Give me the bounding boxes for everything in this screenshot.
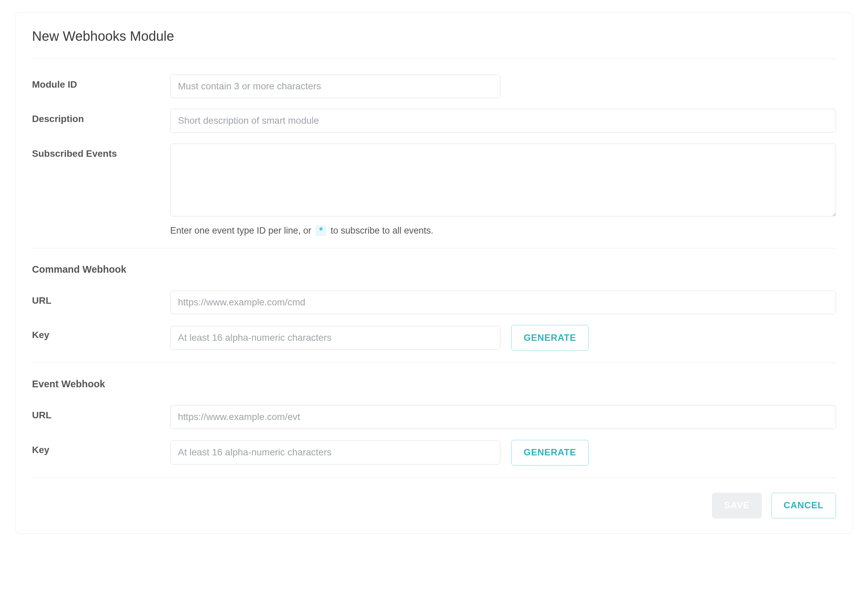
- description-input[interactable]: [170, 109, 836, 132]
- webhooks-module-card: New Webhooks Module Module ID Descriptio…: [15, 12, 853, 534]
- section-event-webhook: Event Webhook URL Key GENERATE: [32, 363, 836, 477]
- section-title-command: Command Webhook: [32, 264, 836, 275]
- event-url-input[interactable]: [170, 405, 836, 429]
- label-command-url: URL: [32, 290, 170, 306]
- section-command-webhook: Command Webhook URL Key GENERATE: [32, 249, 836, 363]
- label-event-url: URL: [32, 405, 170, 421]
- event-key-input[interactable]: [170, 441, 500, 464]
- label-description: Description: [32, 109, 170, 124]
- generate-event-key-button[interactable]: GENERATE: [511, 440, 589, 465]
- label-command-key: Key: [32, 325, 170, 341]
- module-id-input[interactable]: [170, 74, 500, 98]
- label-event-key: Key: [32, 440, 170, 455]
- asterisk-chip: *: [316, 226, 326, 236]
- label-subscribed-events: Subscribed Events: [32, 144, 170, 159]
- subscribed-events-helper-prefix: Enter one event type ID per line, or: [170, 226, 311, 236]
- label-module-id: Module ID: [32, 74, 170, 90]
- section-title-event: Event Webhook: [32, 379, 836, 390]
- subscribed-events-helper-suffix: to subscribe to all events.: [331, 226, 433, 236]
- save-button[interactable]: SAVE: [712, 493, 762, 518]
- cancel-button[interactable]: CANCEL: [771, 493, 836, 518]
- command-url-input[interactable]: [170, 290, 836, 314]
- section-general: Module ID Description Subscribed Events …: [32, 59, 836, 248]
- subscribed-events-textarea[interactable]: [170, 144, 836, 217]
- footer-actions: SAVE CANCEL: [32, 478, 836, 518]
- subscribed-events-helper: Enter one event type ID per line, or * t…: [170, 226, 836, 236]
- command-key-input[interactable]: [170, 326, 500, 350]
- generate-command-key-button[interactable]: GENERATE: [511, 325, 589, 350]
- page-title: New Webhooks Module: [32, 29, 836, 44]
